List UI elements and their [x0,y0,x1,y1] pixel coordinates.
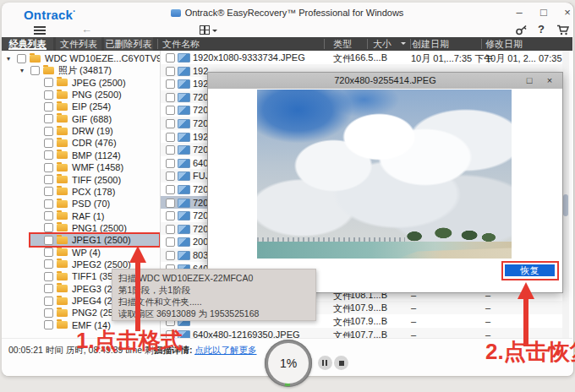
checkbox[interactable] [166,159,175,168]
file-name: 720 [193,184,208,194]
tree-item-pcx[interactable]: PCX (178) [2,186,115,198]
file-name: 640 [193,158,208,168]
scrollbar-thumb[interactable] [563,194,568,216]
tree-item-照片[interactable]: ▾照片 (34817) [2,64,112,76]
tab-deleted-list[interactable]: 已删除列表 [104,37,153,51]
checkbox[interactable] [44,90,53,100]
column-header-type[interactable]: 类型 [333,37,352,51]
tree-item-png[interactable]: PNG (2500) [2,89,122,101]
checkbox[interactable] [166,211,175,220]
checkbox[interactable] [44,150,53,160]
checkbox[interactable] [44,199,53,209]
column-header-filename[interactable]: 文件名称 [162,37,200,51]
checkbox[interactable] [44,223,53,232]
recover-button[interactable]: 恢复 [505,264,555,276]
checkbox[interactable] [166,145,175,155]
menu-icon[interactable] [34,26,46,35]
column-header-created[interactable]: 创建日期 [412,37,449,51]
tree-item-png2[interactable]: PNG2 (2500) [2,307,127,318]
file-row[interactable]: 640x480-12169350.JPEG文件107.7...B–– [161,328,562,338]
tree-item-psd[interactable]: PSD (70) [2,198,110,210]
tree-item-drw[interactable]: DRW (19) [2,125,113,137]
checkbox[interactable] [166,93,175,102]
expand-arrow-icon[interactable]: ▾ [7,55,17,63]
checkbox[interactable] [44,139,53,148]
checkbox[interactable] [44,259,53,269]
checkbox[interactable] [166,251,175,260]
file-modified-date: – [485,316,490,326]
tree-item-wp[interactable]: WP (4) [2,247,101,259]
license-key-icon[interactable] [516,24,528,35]
checkbox[interactable] [44,308,53,318]
image-thumbnail-icon [178,67,190,76]
file-name: 192 [193,132,208,142]
checkbox[interactable] [44,297,53,306]
file-row[interactable]: 1920x1080-9333734.JPEG文件166.5...B10月 01,… [161,51,562,65]
checkbox[interactable] [44,236,53,245]
view-grid-icon[interactable] [200,25,210,35]
preview-close-button[interactable]: × [542,74,557,87]
checkbox[interactable] [166,237,175,247]
recover-button-highlight: 恢复 [501,261,559,280]
checkbox[interactable] [44,272,53,281]
checkbox[interactable] [44,320,53,329]
tree-item-jpeg1[interactable]: JPEG1 (2500) [30,234,159,246]
preview-maximize-button[interactable]: □ [522,74,537,87]
image-thumbnail-icon [178,185,190,194]
tree-item-tiff[interactable]: TIFF (2500) [2,174,121,186]
tree-item-wmf[interactable]: WMF (1458) [2,161,123,173]
maximize-button[interactable]: □ [534,4,553,21]
checkbox[interactable] [166,133,175,142]
checkbox[interactable] [166,79,175,89]
tree-item-bmp[interactable]: BMP (1124) [2,150,121,161]
close-button[interactable]: × [558,4,575,21]
tab-file-list[interactable]: 文件列表 [56,37,101,51]
checkbox[interactable] [166,330,175,338]
tree-item-png1[interactable]: PNG1 (2500) [2,222,127,234]
checkbox[interactable] [17,54,26,63]
folder-icon [57,79,68,86]
checkbox[interactable] [44,211,53,220]
help-icon[interactable]: ? [538,23,545,35]
checkbox[interactable] [44,114,53,123]
checkbox[interactable] [166,119,175,128]
checkbox[interactable] [44,78,53,87]
checkbox[interactable] [44,163,53,172]
scan-details-link[interactable]: 点此以了解更多 [194,345,257,357]
tree-item-wdc-wd10eze-c6y0tv9r5j-[interactable]: ▾WDC WD10EZE...C6Y0TV9R5J) [2,52,160,64]
tree-item-eip[interactable]: EIP (254) [2,101,111,112]
checkbox[interactable] [166,67,175,76]
tree-item-tiff1[interactable]: TIFF1 (354) [2,270,121,282]
checkbox[interactable] [44,175,53,184]
checkbox[interactable] [166,199,175,208]
checkbox[interactable] [166,106,175,115]
checkbox[interactable] [166,185,175,194]
pause-button[interactable] [318,356,332,370]
checkbox[interactable] [166,225,175,234]
file-list-scrollbar[interactable] [562,51,569,338]
column-header-modified[interactable]: 修改日期 [485,37,523,51]
checkbox[interactable] [166,172,175,181]
tree-item-cdr[interactable]: CDR (476) [2,137,117,149]
checkbox[interactable] [44,127,53,136]
cart-icon[interactable] [556,24,569,35]
tree-item-gif[interactable]: GIF (688) [2,113,112,125]
view-grid-caret-icon[interactable] [212,30,217,35]
image-thumbnail-icon [178,53,190,63]
back-icon[interactable]: ← [81,23,92,35]
checkbox[interactable] [44,248,53,257]
minimize-button[interactable]: – [510,4,528,21]
tab-classic-list[interactable]: 经典列表 [2,37,53,51]
stop-button[interactable] [334,356,348,370]
checkbox[interactable] [44,187,53,196]
checkbox[interactable] [166,53,175,63]
checkbox[interactable] [44,284,53,293]
tree-item-emf[interactable]: EMF (14) [2,319,111,331]
checkbox[interactable] [44,102,53,112]
size-sort-caret-icon[interactable] [401,42,406,47]
column-header-size[interactable]: 大小 [373,37,392,51]
tree-item-jpeg[interactable]: JPEG (2500) [2,77,126,89]
checkbox[interactable] [30,66,40,75]
expand-arrow-icon[interactable]: ▾ [20,67,30,74]
tree-item-raf[interactable]: RAF (1) [2,210,105,222]
